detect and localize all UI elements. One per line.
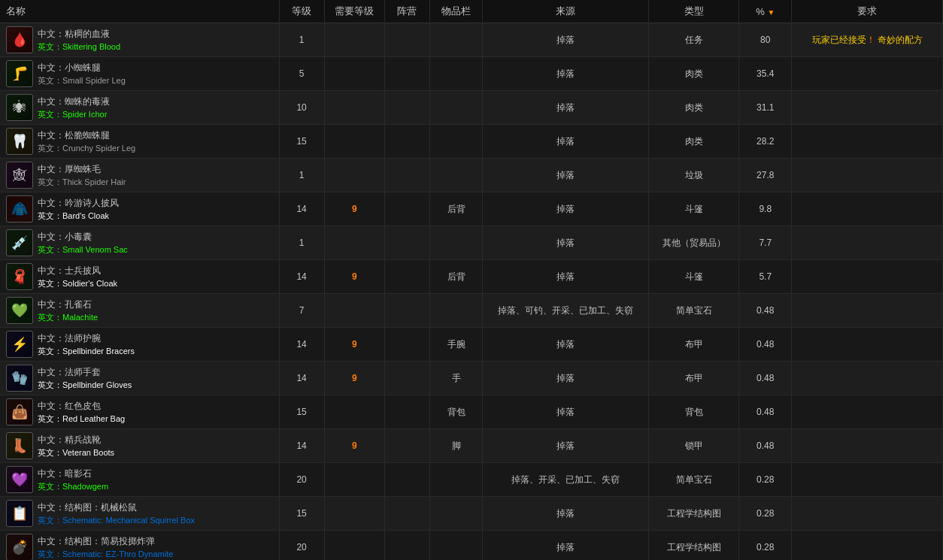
source: 掉落: [483, 395, 649, 429]
table-row[interactable]: 🕷中文：蜘蛛的毒液英文：Spider Ichor10掉落肉类31.1: [0, 91, 943, 125]
type: 肉类: [648, 91, 738, 125]
type: 简单宝石: [648, 463, 738, 497]
type: 肉类: [648, 125, 738, 159]
drop-pct: 9.8: [739, 192, 792, 226]
table-row[interactable]: 📋中文：结构图：机械松鼠英文：Schematic: Mechanical Squ…: [0, 497, 943, 531]
item-name-en[interactable]: 英文：Malachite: [38, 312, 98, 323]
name-cell-1: 🦵中文：小蜘蛛腿英文：Small Spider Leg: [0, 57, 279, 91]
item-icon: 📋: [6, 500, 33, 527]
requirement: [792, 125, 943, 159]
item-name-en[interactable]: 英文：Soldier's Cloak: [38, 278, 117, 289]
item-name-cn: 中文：士兵披风: [38, 265, 117, 277]
item-name-en[interactable]: 英文：Bard's Cloak: [38, 210, 119, 222]
col-req[interactable]: 要求: [792, 0, 943, 23]
item-name-en[interactable]: 英文：Spider Ichor: [38, 109, 110, 120]
faction: [384, 429, 429, 463]
faction: [384, 497, 429, 531]
faction: [384, 395, 429, 429]
source: 掉落: [483, 125, 649, 159]
item-icon: 👜: [6, 398, 33, 425]
col-req-level[interactable]: 需要等级: [324, 0, 384, 23]
item-name-cn: 中文：蜘蛛的毒液: [38, 95, 110, 108]
col-type[interactable]: 类型: [648, 0, 738, 23]
item-name-en[interactable]: 英文：Small Spider Leg: [38, 75, 126, 86]
table-row[interactable]: ⚡中文：法师护腕英文：Spellbinder Bracers149手腕掉落布甲0…: [0, 328, 943, 362]
item-icon: 🧤: [6, 365, 33, 392]
req-level: [324, 294, 384, 328]
faction: [384, 125, 429, 159]
item-icon: 🕸: [6, 162, 33, 189]
slot: [430, 125, 483, 159]
item-name-cn: 中文：法师手套: [38, 366, 132, 379]
type: 布甲: [648, 328, 738, 362]
type: 锁甲: [648, 429, 738, 463]
drop-pct: 0.48: [739, 429, 792, 463]
slot: 背包: [430, 395, 483, 429]
source: 掉落: [483, 91, 649, 125]
sort-arrow-pct: ▼: [767, 8, 775, 17]
table-row[interactable]: 🕸中文：厚蜘蛛毛英文：Thick Spider Hair1掉落垃圾27.8: [0, 159, 943, 192]
source: 掉落: [483, 159, 649, 192]
table-row[interactable]: 🩸中文：粘稠的血液英文：Skittering Blood1掉落任务80玩家已经接…: [0, 23, 943, 57]
table-row[interactable]: 💣中文：结构图：简易投掷炸弹英文：Schematic: EZ-Thro Dyna…: [0, 531, 943, 561]
req-level: [324, 91, 384, 125]
faction: [384, 91, 429, 125]
req-level: 9: [324, 260, 384, 294]
item-name-en[interactable]: 英文：Red Leather Bag: [38, 413, 125, 425]
item-name-en[interactable]: 英文：Schematic: Mechanical Squirrel Box: [38, 515, 195, 526]
source: 掉落、可钓、开采、已加工、失窃: [483, 294, 649, 328]
col-pct[interactable]: % ▼: [739, 0, 792, 23]
col-slot[interactable]: 物品栏: [430, 0, 483, 23]
item-icon: 🦵: [6, 60, 33, 87]
item-level: 14: [279, 362, 324, 395]
table-row[interactable]: 🧤中文：法师手套英文：Spellbinder Gloves149手掉落布甲0.4…: [0, 362, 943, 395]
req-level: [324, 23, 384, 57]
item-icon: 🩸: [6, 26, 33, 53]
item-name-en[interactable]: 英文：Crunchy Spider Leg: [38, 143, 135, 154]
table-row[interactable]: 💉中文：小毒囊英文：Small Venom Sac1掉落其他（贸易品）7.7: [0, 226, 943, 260]
type: 简单宝石: [648, 294, 738, 328]
drop-pct: 0.48: [739, 294, 792, 328]
item-name-en[interactable]: 英文：Shadowgem: [38, 481, 108, 492]
col-source[interactable]: 来源: [483, 0, 649, 23]
item-name-cn: 中文：法师护腕: [38, 332, 135, 345]
item-icon: ⚡: [6, 331, 33, 358]
name-cell-13: 💜中文：暗影石英文：Shadowgem: [0, 463, 279, 497]
type: 背包: [648, 395, 738, 429]
req-level: [324, 125, 384, 159]
slot: 手腕: [430, 328, 483, 362]
item-name-en[interactable]: 英文：Veteran Boots: [38, 447, 114, 459]
table-row[interactable]: 💜中文：暗影石英文：Shadowgem20掉落、开采、已加工、失窃简单宝石0.2…: [0, 463, 943, 497]
requirement: [792, 91, 943, 125]
item-name-en[interactable]: 英文：Small Venom Sac: [38, 244, 128, 256]
col-faction[interactable]: 阵营: [384, 0, 429, 23]
item-name-en[interactable]: 英文：Schematic: EZ-Thro Dynamite: [38, 549, 173, 560]
type: 布甲: [648, 362, 738, 395]
table-row[interactable]: 👢中文：精兵战靴英文：Veteran Boots149脚掉落锁甲0.48: [0, 429, 943, 463]
item-name-en[interactable]: 英文：Spellbinder Bracers: [38, 346, 135, 357]
req-level: [324, 57, 384, 91]
req-level: [324, 497, 384, 531]
table-row[interactable]: 🦷中文：松脆蜘蛛腿英文：Crunchy Spider Leg15掉落肉类28.2: [0, 125, 943, 159]
drop-pct: 31.1: [739, 91, 792, 125]
item-name-en[interactable]: 英文：Skittering Blood: [38, 41, 120, 53]
table-row[interactable]: 🧣中文：士兵披风英文：Soldier's Cloak149后背掉落斗篷5.7: [0, 260, 943, 294]
faction: [384, 294, 429, 328]
slot: [430, 23, 483, 57]
item-level: 14: [279, 429, 324, 463]
item-name-cn: 中文：吟游诗人披风: [38, 197, 119, 210]
source: 掉落: [483, 192, 649, 226]
item-name-en[interactable]: 英文：Spellbinder Gloves: [38, 380, 132, 391]
item-level: 1: [279, 159, 324, 192]
table-row[interactable]: 💚中文：孔雀石英文：Malachite7掉落、可钓、开采、已加工、失窃简单宝石0…: [0, 294, 943, 328]
source: 掉落: [483, 362, 649, 395]
col-name[interactable]: 名称: [0, 0, 279, 23]
item-name-en[interactable]: 英文：Thick Spider Hair: [38, 177, 126, 188]
slot: 后背: [430, 192, 483, 226]
drop-pct: 0.28: [739, 497, 792, 531]
col-level[interactable]: 等级: [279, 0, 324, 23]
table-row[interactable]: 👜中文：红色皮包英文：Red Leather Bag15背包掉落背包0.48: [0, 395, 943, 429]
table-row[interactable]: 🦵中文：小蜘蛛腿英文：Small Spider Leg5掉落肉类35.4: [0, 57, 943, 91]
requirement: [792, 362, 943, 395]
table-row[interactable]: 🧥中文：吟游诗人披风英文：Bard's Cloak149后背掉落斗篷9.8: [0, 192, 943, 226]
